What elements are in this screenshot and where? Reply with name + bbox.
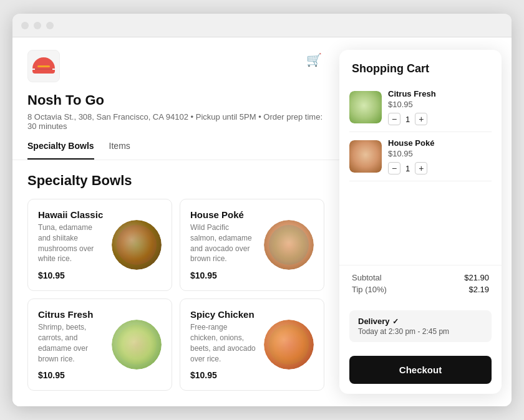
- menu-item-house-poke[interactable]: House Poké Wild Pacific salmon, edamame …: [180, 199, 324, 291]
- bowl-inner: [269, 325, 309, 365]
- qty-value: 1: [405, 164, 410, 173]
- cart-item-details: House Poké $10.95 − 1 +: [388, 138, 492, 174]
- left-panel: 🛒 Nosh To Go 8 Octavia St., 308, San Fra…: [12, 37, 339, 406]
- cart-item-house-poke: House Poké $10.95 − 1 +: [349, 132, 492, 181]
- menu-item-hawaii-classic[interactable]: Hawaii Classic Tuna, edamame and shiitak…: [27, 199, 172, 291]
- store-name: Nosh To Go: [27, 92, 324, 108]
- cart-icon-button[interactable]: 🛒: [304, 50, 324, 70]
- menu-item-info: Spicy Chicken Free-range chicken, onions…: [190, 309, 256, 380]
- tab-items[interactable]: Items: [109, 141, 130, 160]
- subtotal-value: $21.90: [464, 273, 489, 282]
- delivery-check-icon: ✓: [392, 317, 399, 326]
- app-window: 🛒 Nosh To Go 8 Octavia St., 308, San Fra…: [12, 14, 512, 406]
- cart-item-citrus-fresh: Citrus Fresh $10.95 − 1 +: [349, 83, 492, 132]
- title-bar: [12, 14, 512, 37]
- shopping-cart-panel: Shopping Cart Citrus Fresh $10.95 − 1 +: [339, 50, 502, 394]
- subtotal-row: Subtotal $21.90: [352, 273, 489, 282]
- delivery-title: Delivery ✓: [358, 317, 483, 326]
- menu-item-spicy-chicken[interactable]: Spicy Chicken Free-range chicken, onions…: [180, 298, 324, 391]
- bowl-hawaii: [112, 220, 162, 270]
- cart-title: Shopping Cart: [339, 50, 502, 83]
- menu-item-img: [264, 220, 314, 270]
- cart-item-price: $10.95: [388, 149, 492, 158]
- menu-item-info: Hawaii Classic Tuna, edamame and shiitak…: [38, 209, 104, 280]
- traffic-light-minimize[interactable]: [34, 22, 41, 29]
- menu-item-name: Hawaii Classic: [38, 209, 104, 220]
- cart-item-name: Citrus Fresh: [388, 89, 492, 98]
- bowl-citrus: [112, 320, 162, 370]
- store-logo: [27, 50, 60, 82]
- section-title: Specialty Bowls: [12, 160, 339, 199]
- menu-item-desc: Free-range chicken, onions, beets, and a…: [190, 322, 256, 364]
- bowl-inner: [269, 225, 309, 265]
- store-info: Nosh To Go 8 Octavia St., 308, San Franc…: [12, 82, 339, 131]
- tip-label: Tip (10%): [352, 285, 387, 294]
- qty-increase-button[interactable]: +: [415, 162, 427, 174]
- store-header: 🛒: [12, 37, 339, 82]
- logo-bowl-icon: [32, 57, 55, 75]
- cart-bowl-poke: [349, 140, 382, 173]
- menu-item-price: $10.95: [38, 370, 104, 380]
- menu-item-price: $10.95: [38, 270, 104, 280]
- delivery-time: Today at 2:30 pm - 2:45 pm: [358, 327, 483, 336]
- main-content: 🛒 Nosh To Go 8 Octavia St., 308, San Fra…: [12, 37, 512, 406]
- cart-item-details: Citrus Fresh $10.95 − 1 +: [388, 89, 492, 125]
- cart-item-img: [349, 91, 382, 123]
- menu-item-desc: Shrimp, beets, carrots, and edamame over…: [38, 322, 104, 364]
- delivery-box: Delivery ✓ Today at 2:30 pm - 2:45 pm: [349, 310, 492, 342]
- menu-item-name: House Poké: [190, 209, 256, 220]
- cart-item-img: [349, 140, 382, 173]
- qty-increase-button[interactable]: +: [415, 113, 427, 125]
- qty-decrease-button[interactable]: −: [388, 162, 400, 174]
- store-meta: 8 Octavia St., 308, San Francisco, CA 94…: [27, 112, 324, 131]
- qty-control: − 1 +: [388, 113, 492, 125]
- tip-value: $2.19: [468, 285, 489, 294]
- tip-row: Tip (10%) $2.19: [352, 285, 489, 294]
- cart-item-price: $10.95: [388, 100, 492, 109]
- menu-item-info: House Poké Wild Pacific salmon, edamame …: [190, 209, 256, 280]
- qty-value: 1: [405, 115, 410, 124]
- menu-item-desc: Tuna, edamame and shiitake mushrooms ove…: [38, 222, 104, 264]
- menu-item-name: Citrus Fresh: [38, 309, 104, 320]
- cart-bowl-citrus: [349, 91, 382, 123]
- menu-item-citrus-fresh[interactable]: Citrus Fresh Shrimp, beets, carrots, and…: [27, 298, 172, 391]
- menu-item-img: [112, 220, 162, 270]
- menu-grid: Hawaii Classic Tuna, edamame and shiitak…: [12, 199, 339, 406]
- menu-item-img: [112, 320, 162, 370]
- nav-tabs: Specialty Bowls Items: [12, 131, 339, 160]
- cart-item-name: House Poké: [388, 138, 492, 148]
- menu-item-name: Spicy Chicken: [190, 309, 256, 320]
- cart-items-list: Citrus Fresh $10.95 − 1 +: [339, 83, 502, 265]
- bowl-inner: [117, 225, 157, 265]
- logo-bowl-base: [32, 70, 55, 74]
- bowl-poke: [264, 220, 314, 270]
- checkout-button[interactable]: Checkout: [349, 356, 492, 384]
- qty-decrease-button[interactable]: −: [388, 113, 400, 125]
- menu-item-img: [264, 320, 314, 370]
- menu-item-info: Citrus Fresh Shrimp, beets, carrots, and…: [38, 309, 104, 380]
- logo-bowl-top: [32, 57, 55, 69]
- menu-item-desc: Wild Pacific salmon, edamame and avocado…: [190, 222, 256, 264]
- menu-item-price: $10.95: [190, 270, 256, 280]
- traffic-light-close[interactable]: [21, 22, 29, 29]
- cart-totals: Subtotal $21.90 Tip (10%) $2.19: [339, 265, 502, 304]
- traffic-light-fullscreen[interactable]: [46, 22, 54, 29]
- subtotal-label: Subtotal: [352, 273, 382, 282]
- bowl-inner: [117, 325, 157, 365]
- qty-control: − 1 +: [388, 162, 492, 174]
- bowl-spicy: [264, 320, 314, 370]
- tab-specialty-bowls[interactable]: Specialty Bowls: [27, 141, 94, 160]
- menu-item-price: $10.95: [190, 370, 256, 380]
- delivery-label: Delivery: [358, 317, 390, 326]
